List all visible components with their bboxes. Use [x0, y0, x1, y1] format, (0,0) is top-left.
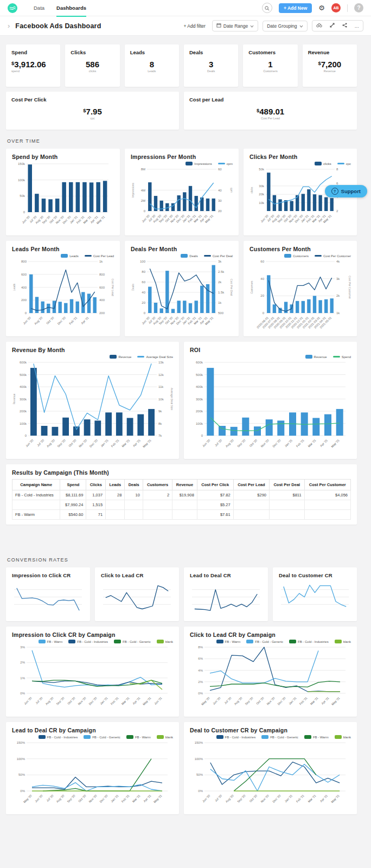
table-row[interactable]: FB - Warm$540.6071$7.61: [12, 510, 351, 520]
legend-item[interactable]: Spend: [333, 355, 351, 359]
table-cell: FB - Cold - Industries: [12, 490, 60, 500]
chart-card-lead-to-deal-cr[interactable]: Lead to Deal CR: [184, 567, 268, 621]
lead-to-deal-cr-by-campaign-chart: FB - Cold - IndustriesFB - Cold - Generi…: [12, 735, 173, 809]
legend-item[interactable]: Customers: [284, 254, 309, 258]
chart-legend: RevenueAverage Deal Size: [12, 355, 173, 359]
more-button[interactable]: …: [351, 21, 363, 31]
legend-item[interactable]: Leads: [61, 254, 78, 258]
kpi-card-leads[interactable]: Leads8Leads: [125, 44, 179, 87]
legend-item[interactable]: FB - Warm: [304, 735, 329, 739]
svg-text:1k: 1k: [99, 260, 103, 263]
svg-text:Oct '20: Oct '20: [46, 316, 54, 324]
legend-item[interactable]: blank: [335, 640, 351, 643]
legend-item[interactable]: FB - Warm: [126, 735, 151, 739]
kpi-value: 586: [71, 60, 114, 69]
legend-item[interactable]: blank: [157, 735, 173, 739]
legend-item[interactable]: clicks: [315, 162, 331, 165]
legend-item[interactable]: FB - Cold - Industries: [216, 735, 256, 739]
chart-card-spend-by-month[interactable]: Spend by Month 050k100k150kJun '20Jul '2…: [6, 149, 120, 235]
legend-item[interactable]: FB - Cold - Generic: [246, 640, 283, 643]
chart-card-click-to-lead-cr[interactable]: Click to Lead CR: [95, 567, 179, 621]
table-row[interactable]: $7,990.241,515$5.27: [12, 500, 351, 510]
chart-card-leads-per-month[interactable]: Leads Per Month LeadsCost Per Lead020040…: [6, 241, 120, 336]
legend-item[interactable]: FB - Cold - Industries: [289, 640, 329, 643]
add-new-button[interactable]: + Add New: [279, 3, 312, 13]
kpi-card-revenue[interactable]: Revenue$7,200Revenue: [303, 44, 357, 87]
legend-item[interactable]: Impressions: [186, 162, 212, 165]
chart-card-impressions-per-month[interactable]: Impressions Per Month Impressionscpm02M4…: [125, 149, 239, 235]
legend-item[interactable]: Cost Per Customer: [315, 254, 351, 258]
chart-card-deal-to-customer-cr-by-campaign[interactable]: Deal to Customer CR by Campaign FB - Col…: [184, 722, 357, 814]
add-filter-button[interactable]: + Add filter: [183, 23, 205, 29]
chart-legend: FB - WarmFB - Cold - IndustriesFB - Cold…: [12, 640, 173, 643]
search-button[interactable]: [262, 3, 272, 13]
chart-card-roi[interactable]: ROI RevenueSpend0100k200k300k400k500k600…: [184, 342, 357, 459]
svg-text:0: 0: [201, 434, 203, 437]
legend-item[interactable]: FB - Cold - Generic: [261, 735, 298, 739]
kpi-card-cost-per-click[interactable]: Cost Per Click$7.95cpc: [6, 92, 179, 130]
svg-text:150%: 150%: [195, 741, 203, 744]
page-title: Facebook Ads Dashboard: [15, 22, 101, 30]
kpi-card-cost-per-lead[interactable]: Cost per Lead$489.01Cost Per Lead: [184, 92, 357, 130]
table-row[interactable]: FB - Cold - Industries$8,111.691,0372810…: [12, 490, 351, 500]
kpi-card-customers[interactable]: Customers1Customers: [243, 44, 297, 87]
legend-item[interactable]: Revenue: [110, 355, 131, 359]
svg-text:8k: 8k: [158, 422, 162, 425]
search-icon: [265, 3, 270, 13]
legend-item[interactable]: FB - Warm: [39, 640, 63, 643]
table-column-header: Leads: [106, 480, 125, 490]
legend-item[interactable]: Cost Per Deal: [204, 254, 233, 258]
deals-per-month-chart: DealsCost Per Deal0204060801005001k1.5k2…: [131, 254, 233, 331]
app-logo-icon[interactable]: [8, 3, 17, 13]
legend-item[interactable]: Cost Per Lead: [85, 254, 114, 258]
help-icon[interactable]: ?: [354, 3, 363, 12]
kpi-card-clicks[interactable]: Clicks586clicks: [65, 44, 119, 87]
svg-text:0: 0: [25, 434, 27, 437]
chart-card-impression-to-click-cr-by-campaign[interactable]: Impression to Click CR by Campaign FB - …: [6, 627, 179, 717]
tab-data[interactable]: Data: [34, 0, 44, 17]
svg-text:Mar '21: Mar '21: [307, 794, 316, 803]
svg-text:Feb '21: Feb '21: [296, 794, 305, 803]
svg-text:Jun '20: Jun '20: [23, 697, 33, 706]
collapse-chevron-icon[interactable]: ›: [8, 22, 10, 30]
date-grouping-button[interactable]: Date Grouping: [263, 21, 307, 31]
support-button[interactable]: ? Support: [325, 185, 367, 197]
present-button[interactable]: [312, 21, 326, 31]
kpi-card-spend[interactable]: Spend$3,912.06spend: [6, 44, 60, 87]
legend-item[interactable]: FB - Cold - Generic: [84, 735, 120, 739]
settings-gear-icon[interactable]: ⚙: [318, 4, 325, 11]
tab-dashboards[interactable]: Dashboards: [56, 0, 86, 17]
legend-item[interactable]: Deals: [181, 254, 197, 258]
chart-card-impression-to-click-cr[interactable]: Impression to Click CR: [6, 567, 90, 621]
legend-item[interactable]: Average Deal Size: [137, 355, 173, 359]
chart-card-revenue-by-month[interactable]: Revenue By Month RevenueAverage Deal Siz…: [6, 342, 179, 459]
chart-card-deals-per-month[interactable]: Deals Per Month DealsCost Per Deal020406…: [125, 241, 239, 336]
legend-item[interactable]: FB - Cold - Industries: [68, 640, 108, 643]
svg-text:Jan '21: Jan '21: [99, 697, 108, 706]
legend-item[interactable]: cpc: [337, 162, 351, 165]
kpi-sublabel: Revenue: [308, 69, 351, 73]
chart-card-lead-to-deal-cr-by-campaign[interactable]: Lead to Deal CR by Campaign FB - Cold - …: [6, 722, 179, 814]
legend-item[interactable]: cpm: [218, 162, 233, 165]
fullscreen-button[interactable]: [326, 21, 338, 31]
legend-item[interactable]: FB - Cold - Generic: [114, 640, 151, 643]
chart-card-deal-to-customer-cr[interactable]: Deal to Customer CR: [273, 567, 357, 621]
legend-item[interactable]: blank: [335, 735, 351, 739]
legend-item[interactable]: blank: [157, 640, 173, 643]
user-avatar[interactable]: AB: [331, 3, 341, 12]
legend-item[interactable]: Revenue: [305, 355, 327, 359]
svg-text:8M: 8M: [141, 168, 145, 171]
chart-card-customers-per-month[interactable]: Customers Per Month CustomersCost Per Cu…: [244, 241, 357, 336]
chart-card-click-to-lead-cr-by-campaign[interactable]: Click to Lead CR by Campaign FB - WarmFB…: [184, 627, 357, 717]
svg-text:500k: 500k: [20, 373, 27, 376]
legend-item[interactable]: FB - Cold - Industries: [39, 735, 78, 739]
svg-text:May '21: May '21: [330, 794, 340, 804]
share-button[interactable]: [338, 21, 351, 31]
kpi-card-deals[interactable]: Deals3Deals: [184, 44, 238, 87]
svg-text:Sep '20: Sep '20: [56, 438, 66, 448]
table-cell: $4,056: [304, 490, 350, 500]
table-column-header: Clicks: [86, 480, 106, 490]
legend-item[interactable]: FB - Warm: [216, 640, 241, 643]
date-range-button[interactable]: Date Range: [212, 20, 258, 31]
svg-text:Feb '21: Feb '21: [121, 794, 130, 803]
